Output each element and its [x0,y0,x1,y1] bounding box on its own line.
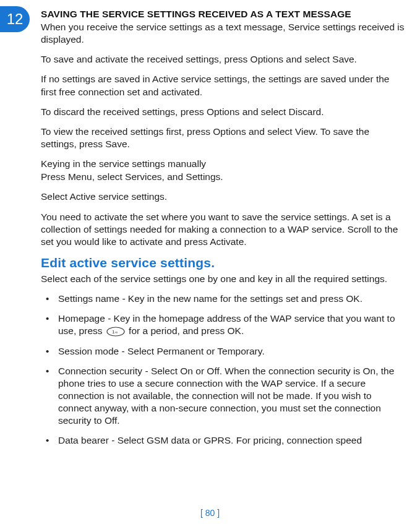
keying-subtitle: Keying in the service settings manually [41,158,406,170]
keying-step-2: Select Active service settings. [41,191,406,203]
keying-step-1: Press Menu, select Services, and Setting… [41,171,406,183]
edit-heading: Edit active service settings. [41,256,406,270]
edit-intro: Select each of the service settings one … [41,273,406,285]
bullet-text-post: for a period, and press OK. [126,325,244,336]
chapter-number: 12 [7,11,24,28]
one-key-icon: 1∞ [106,327,125,337]
keying-step-3: You need to activate the set where you w… [41,211,406,248]
list-item: Session mode - Select Permanent or Tempo… [41,345,406,358]
svg-text:∞: ∞ [115,330,118,334]
list-item: Settings name - Key in the new name for … [41,293,406,305]
list-item: Data bearer - Select GSM data or GPRS. F… [41,434,406,447]
page-content: SAVING THE SERVICE SETTINGS RECEIVED AS … [0,0,420,447]
settings-list: Settings name - Key in the new name for … [41,293,406,447]
list-item: Connection security - Select On or Off. … [41,365,406,427]
no-settings-paragraph: If no settings are saved in Active servi… [41,73,406,98]
view-paragraph: To view the received settings first, pre… [41,126,406,150]
save-paragraph: To save and activate the received settin… [41,53,406,66]
list-item: Homepage - Key in the homepage address o… [41,312,406,337]
section-title: SAVING THE SERVICE SETTINGS RECEIVED AS … [41,9,406,20]
discard-paragraph: To discard the received settings, press … [41,106,406,118]
intro-paragraph: When you receive the service settings as… [41,21,406,46]
chapter-tab: 12 [0,6,30,32]
page-number: [ 80 ] [0,508,420,518]
